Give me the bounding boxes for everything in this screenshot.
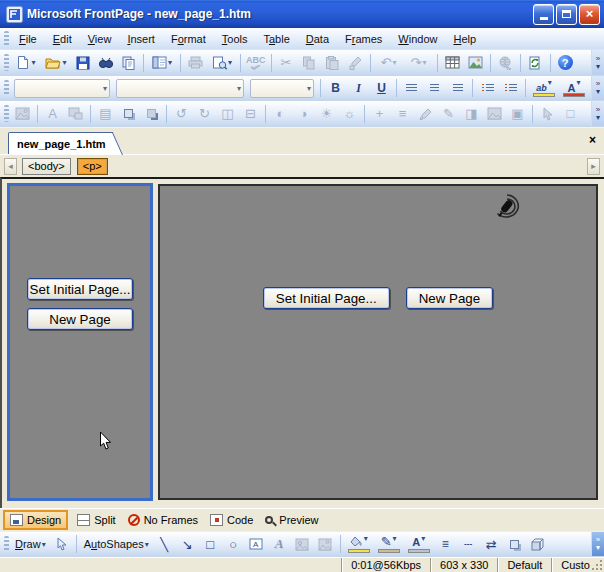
cut-button[interactable]: ✂ [276, 53, 297, 73]
undo-button[interactable]: ↶▾ [375, 53, 403, 73]
shadow-style-button[interactable] [504, 534, 525, 554]
autoshapes-menu-button[interactable]: AutoShapes▾ [81, 534, 152, 554]
help-button[interactable]: ? [555, 53, 576, 73]
menu-frames[interactable]: Frames [337, 31, 390, 47]
rectangle-button[interactable]: □ [200, 534, 221, 554]
rotate-right-button[interactable]: ↻ [194, 104, 215, 124]
tab-no-frames[interactable]: No Frames [128, 514, 198, 526]
tag-body-button[interactable]: <body> [22, 158, 71, 175]
select-button[interactable] [537, 104, 558, 124]
more-contrast-button[interactable]: ◐ [270, 104, 291, 124]
menu-data[interactable]: Data [298, 31, 337, 47]
close-button[interactable]: × [579, 4, 600, 25]
main-frame[interactable]: Set Initial Page... New Page [158, 184, 598, 500]
drawing-font-color-button[interactable]: A▾ [405, 534, 433, 554]
tag-p-button[interactable]: <p> [77, 158, 108, 175]
style-combobox[interactable]: ▾ [14, 79, 110, 98]
spelling-button[interactable]: ABC [245, 53, 267, 73]
drawing-font-color-dropdown-icon[interactable]: ▾ [421, 534, 425, 543]
line-style-button[interactable]: ≡ [392, 104, 413, 124]
find-button[interactable] [95, 53, 116, 73]
menu-window[interactable]: Window [390, 31, 445, 47]
menu-tools[interactable]: Tools [214, 31, 256, 47]
bring-forward-button[interactable] [118, 104, 139, 124]
crop-button[interactable]: + [369, 104, 390, 124]
resize-grip[interactable] [590, 558, 604, 572]
line-color-dropdown-icon[interactable]: ▾ [393, 534, 397, 543]
align-left-button[interactable] [401, 78, 422, 98]
resample-button[interactable]: ▣ [507, 104, 528, 124]
copy-button[interactable] [299, 53, 320, 73]
maximize-button[interactable] [556, 4, 577, 25]
insert-picture-button[interactable] [465, 53, 486, 73]
set-initial-page-button-main[interactable]: Set Initial Page... [263, 287, 390, 309]
wordart-button[interactable]: A [269, 534, 290, 554]
menu-format[interactable]: Format [163, 31, 214, 47]
auto-thumbnail-button[interactable] [65, 104, 86, 124]
undo-dropdown-icon[interactable]: ▾ [392, 59, 396, 67]
send-backward-button[interactable] [141, 104, 162, 124]
tag-scroll-left-button[interactable]: ◂ [4, 158, 17, 175]
arrow-button[interactable]: ↘ [177, 534, 198, 554]
toolbar-options-button[interactable]: »▾ [591, 532, 604, 556]
format-picture-button[interactable] [415, 104, 436, 124]
minimize-button[interactable] [533, 4, 554, 25]
menu-view[interactable]: View [80, 31, 120, 47]
format-painter-button[interactable] [345, 53, 366, 73]
draw-menu-button[interactable]: Draw▾ [12, 534, 49, 554]
open-dropdown-icon[interactable]: ▾ [62, 58, 66, 67]
rectangular-hotspot-button[interactable]: □ [560, 104, 581, 124]
insert-clipart-button[interactable] [292, 534, 313, 554]
washout-button[interactable] [484, 104, 505, 124]
numbered-list-button[interactable] [477, 78, 498, 98]
fill-color-button[interactable]: ▾ [345, 534, 373, 554]
toolbar-options-button[interactable]: »▾ [591, 101, 604, 126]
bullet-list-button[interactable] [500, 78, 521, 98]
bold-button[interactable]: B [325, 78, 346, 98]
pane-dropdown-icon[interactable]: ▾ [168, 58, 172, 67]
oval-button[interactable]: ○ [223, 534, 244, 554]
menu-insert[interactable]: Insert [119, 31, 163, 47]
toolbar-grip[interactable] [4, 536, 9, 553]
menu-grip[interactable] [4, 31, 9, 46]
paste-button[interactable] [322, 53, 343, 73]
add-text-button[interactable]: A [42, 104, 63, 124]
underline-button[interactable]: U [371, 78, 392, 98]
flip-vertical-button[interactable]: ⊟ [240, 104, 261, 124]
insert-picture-from-file-button[interactable] [12, 104, 33, 124]
toolbar-options-button[interactable]: »▾ [591, 76, 604, 100]
preview-in-browser-button[interactable]: ▾ [208, 53, 236, 73]
font-combobox[interactable]: ▾ [116, 79, 244, 98]
new-page-button-left[interactable]: New Page [27, 308, 133, 330]
rotate-left-button[interactable]: ↺ [171, 104, 192, 124]
set-transparent-color-button[interactable]: ✎ [438, 104, 459, 124]
toolbar-grip[interactable] [4, 54, 9, 72]
tag-scroll-right-button[interactable]: ▸ [587, 158, 600, 175]
dash-style-button[interactable]: ┄ [458, 534, 479, 554]
line-color-button[interactable]: ✎▾ [375, 534, 403, 554]
toolbar-grip[interactable] [4, 105, 9, 123]
save-button[interactable] [72, 53, 93, 73]
text-box-button[interactable]: A [246, 534, 267, 554]
publish-site-button[interactable] [118, 53, 139, 73]
flip-horizontal-button[interactable]: ◫ [217, 104, 238, 124]
highlight-dropdown-icon[interactable]: ▾ [548, 78, 552, 87]
combo-dropdown-icon[interactable]: ▾ [237, 84, 241, 93]
menu-help[interactable]: Help [445, 31, 484, 47]
select-objects-button[interactable] [51, 534, 72, 554]
align-center-button[interactable] [424, 78, 445, 98]
refresh-button[interactable] [525, 53, 546, 73]
design-canvas[interactable]: Set Initial Page... New Page Set Initial… [0, 177, 604, 508]
arrow-style-button[interactable]: ⇄ [481, 534, 502, 554]
less-brightness-button[interactable]: ☼ [339, 104, 360, 124]
print-button[interactable] [185, 53, 206, 73]
insert-hyperlink-button[interactable] [495, 53, 516, 73]
tab-split[interactable]: Split [77, 514, 115, 526]
color-black-white-button[interactable]: ◨ [461, 104, 482, 124]
font-color-button[interactable]: A▾ [560, 78, 588, 98]
toggle-pane-button[interactable]: ▾ [148, 53, 176, 73]
font-size-combobox[interactable]: ▾ [250, 79, 314, 98]
position-absolutely-button[interactable]: ▤ [95, 104, 116, 124]
open-button[interactable]: ▾ [42, 53, 70, 73]
toolbar-grip[interactable] [4, 80, 9, 97]
